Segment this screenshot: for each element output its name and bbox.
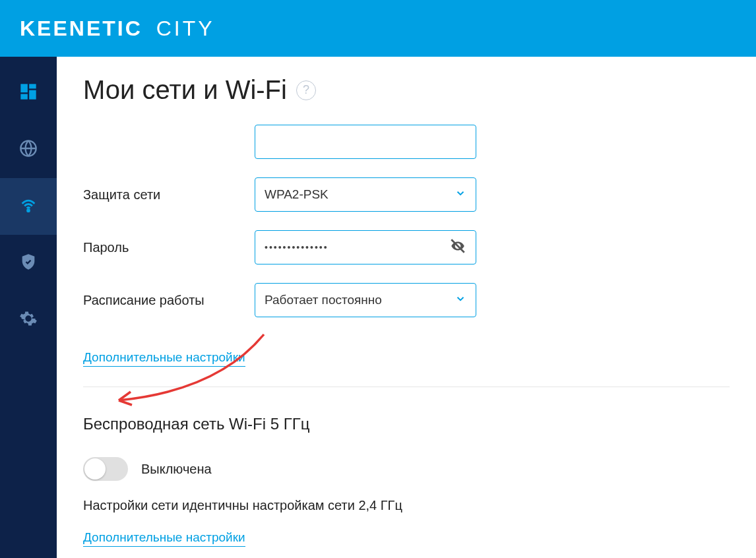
security-label: Защита сети [83,187,255,202]
ssid-input[interactable] [255,125,476,159]
toggle-knob [84,458,106,480]
password-value: •••••••••••••• [265,242,329,253]
svg-rect-1 [29,84,36,88]
help-icon[interactable]: ? [296,80,316,100]
sidebar-item-wifi[interactable] [0,178,57,235]
globe-icon [19,139,38,160]
sidebar-item-dashboard[interactable] [0,65,57,121]
logo-brand: KEENETIC [20,16,142,40]
security-select[interactable]: WPA2-PSK [255,177,476,212]
shield-icon [19,253,38,274]
toggle-password-visibility-icon[interactable] [449,237,466,258]
more-settings-link[interactable]: Дополнительные настройки [83,350,245,367]
divider [83,387,730,387]
logo-product: CITY [156,16,215,40]
schedule-select[interactable]: Работает постоянно [255,283,476,317]
password-label: Пароль [83,240,255,255]
sidebar-item-security[interactable] [0,235,57,292]
sidebar-item-settings[interactable] [0,292,57,348]
svg-point-5 [28,210,30,212]
wifi5-toggle[interactable] [83,457,128,481]
security-value: WPA2-PSK [265,187,329,202]
annotation-arrow [99,331,270,417]
password-input[interactable]: •••••••••••••• [255,230,476,264]
wifi5-section-title: Беспроводная сеть Wi-Fi 5 ГГц [83,415,730,433]
header: KEENETIC CITY [0,0,756,57]
wifi5-more-settings-link[interactable]: Дополнительные настройки [83,530,245,547]
wifi5-info: Настройки сети идентичны настройкам сети… [83,498,730,513]
svg-rect-0 [20,84,27,92]
page-title: Мои сети и Wi-Fi [83,75,287,105]
wifi-icon [19,196,38,217]
sidebar [0,57,57,558]
schedule-value: Работает постоянно [265,293,382,307]
sidebar-item-internet[interactable] [0,121,57,178]
schedule-label: Расписание работы [83,293,255,308]
dashboard-icon [19,82,38,104]
logo: KEENETIC CITY [20,16,215,41]
chevron-down-icon [455,187,466,202]
chevron-down-icon [455,293,466,308]
gear-icon [19,309,38,330]
svg-rect-3 [20,94,27,100]
wifi5-toggle-label: Выключена [141,462,212,477]
svg-rect-2 [29,90,36,100]
main-content: Мои сети и Wi-Fi ? Защита сети WPA2-PSK … [57,57,756,558]
